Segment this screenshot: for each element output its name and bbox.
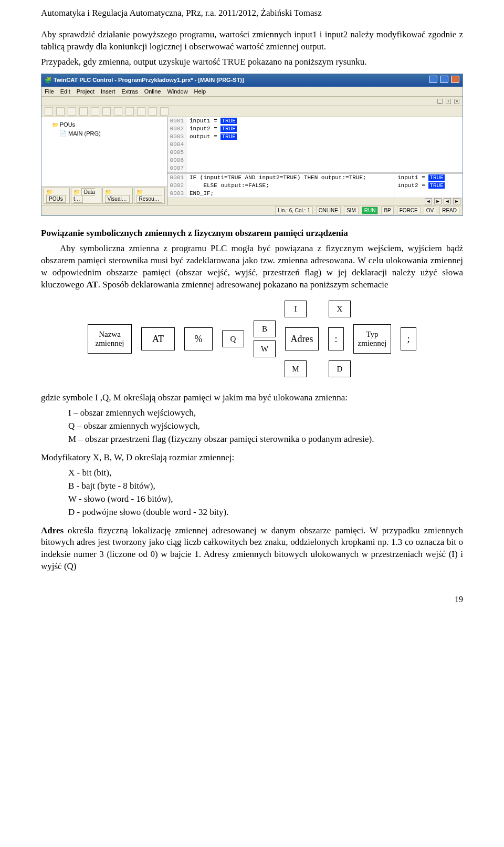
list-item: Q – obszar zmiennych wyjściowych, xyxy=(68,420,463,432)
app-icon: 🧩 TwinCAT PLC Control - ProgramPrzyklado… xyxy=(45,76,244,84)
gutter: 0001 xyxy=(167,117,186,125)
box-adres: Adres xyxy=(285,327,319,350)
tool-step-icon[interactable] xyxy=(102,107,111,116)
intro-paragraph-2: Przypadek, gdy zmienna, output uzyskuje … xyxy=(41,56,463,68)
code-line-1: IF (input1=TRUE AND input2=TRUE) THEN ou… xyxy=(186,174,370,182)
client-area: POUs 📄 MAIN (PRG) 📁 POUs 📁 Data t… 📁 Vis… xyxy=(41,117,463,204)
tab-pous[interactable]: 📁 POUs xyxy=(44,188,70,204)
toolbar xyxy=(41,106,463,117)
status-read: READ xyxy=(439,206,459,215)
tool-open-icon[interactable] xyxy=(56,107,65,116)
declaration-diagram: I X Nazwa zmiennej AT % Q B W Adres : Ty… xyxy=(41,301,463,377)
menu-online[interactable]: Online xyxy=(144,88,161,96)
tool-new-icon[interactable] xyxy=(45,107,53,116)
gutter: 0006 xyxy=(167,157,186,164)
project-tree[interactable]: POUs 📄 MAIN (PRG) xyxy=(41,117,167,186)
project-tree-pane: POUs 📄 MAIN (PRG) 📁 POUs 📁 Data t… 📁 Vis… xyxy=(41,117,167,204)
list-item: W - słowo (word - 16 bitów), xyxy=(68,493,463,505)
status-run: RUN xyxy=(362,206,379,215)
tool-copy-icon[interactable] xyxy=(125,107,134,116)
mdi-min-icon[interactable]: _ xyxy=(437,99,443,104)
maximize-button[interactable] xyxy=(440,76,448,83)
box-semi: ; xyxy=(401,327,416,350)
adres-paragraph: Adres określa fizyczną lokalizację zmien… xyxy=(41,525,463,573)
scroll-right2-icon[interactable]: ► xyxy=(453,198,460,204)
tab-data-label: Data t… xyxy=(74,188,95,203)
titlebar: 🧩 TwinCAT PLC Control - ProgramPrzyklado… xyxy=(41,74,463,87)
tree-tabs: 📁 POUs 📁 Data t… 📁 Visual… 📁 Resou… xyxy=(41,187,167,205)
status-sim: SIM xyxy=(344,206,359,215)
minimize-button[interactable] xyxy=(429,76,437,83)
tab-pous-label: POUs xyxy=(46,195,66,203)
scroll-left2-icon[interactable]: ◄ xyxy=(444,198,451,204)
scroll-right-icon[interactable]: ► xyxy=(434,198,442,204)
tab-visual-label: Visual… xyxy=(105,195,130,203)
page-header: Automatyka i Regulacja Automatyczna, PRz… xyxy=(41,7,463,19)
menu-extras[interactable]: Extras xyxy=(121,88,138,96)
gutter: 0003 xyxy=(167,190,186,198)
list-item: X - bit (bit), xyxy=(68,467,463,479)
tool-run-icon[interactable] xyxy=(79,107,88,116)
tool-find-icon[interactable] xyxy=(149,107,157,116)
menu-edit[interactable]: Edit xyxy=(60,88,70,96)
var-line-1: input1 = TRUE xyxy=(186,117,240,125)
below-diagram-1: gdzie symbole I ,Q, M określają obszar p… xyxy=(41,392,463,404)
scroll-left-icon[interactable]: ◄ xyxy=(425,198,432,204)
code-line-3: END_IF; xyxy=(186,190,217,198)
code-editor: 0001IF (input1=TRUE AND input2=TRUE) THE… xyxy=(167,174,463,198)
size-list: X - bit (bit), B - bajt (byte - 8 bitów)… xyxy=(68,467,463,519)
status-online: ONLINE xyxy=(316,206,341,215)
close-button[interactable] xyxy=(451,76,459,83)
window-controls[interactable] xyxy=(428,76,459,85)
status-bar: Lin.: 6, Col.: 1 ONLINE SIM RUN BP FORCE… xyxy=(41,205,463,216)
menu-file[interactable]: File xyxy=(45,88,54,96)
tab-data[interactable]: 📁 Data t… xyxy=(71,188,101,204)
tab-resou[interactable]: 📁 Resou… xyxy=(134,188,165,204)
variable-watch: 0001input1 = TRUE 0002input2 = TRUE 0003… xyxy=(167,117,463,172)
gutter: 0004 xyxy=(167,141,186,149)
keyword-at: AT xyxy=(86,280,98,290)
box-Q: Q xyxy=(222,330,244,347)
status-bp: BP xyxy=(381,206,393,215)
gutter: 0005 xyxy=(167,149,186,157)
menu-bar: File Edit Project Insert Extras Online W… xyxy=(41,87,463,97)
status-force: FORCE xyxy=(397,206,421,215)
var-line-2: input2 = TRUE xyxy=(186,125,240,133)
list-item: B - bajt (byte - 8 bitów), xyxy=(68,480,463,492)
box-nazwa: Nazwa zmiennej xyxy=(88,324,132,354)
tool-cut-icon[interactable] xyxy=(114,107,122,116)
tool-findnext-icon[interactable] xyxy=(160,107,169,116)
watch-side-1: input1 = TRUE xyxy=(394,174,448,182)
var-line-3: output = TRUE xyxy=(186,133,240,141)
tool-stop-icon[interactable] xyxy=(91,107,99,116)
tool-save-icon[interactable] xyxy=(68,107,76,116)
gutter: 0003 xyxy=(167,133,186,141)
list-item: M – obszar przestrzeni flag (fizyczny ob… xyxy=(68,433,463,446)
menu-help[interactable]: Help xyxy=(194,88,206,96)
list-item: I – obszar zmiennych wejściowych, xyxy=(68,407,463,419)
tree-item-main[interactable]: 📄 MAIN (PRG) xyxy=(45,129,164,138)
menu-window[interactable]: Window xyxy=(167,88,187,96)
editor-pane: 0001input1 = TRUE 0002input2 = TRUE 0003… xyxy=(167,117,463,204)
tree-pous[interactable]: POUs xyxy=(45,120,164,129)
hscroll[interactable]: ◄ ► ◄ ► xyxy=(167,198,463,205)
tool-paste-icon[interactable] xyxy=(137,107,145,116)
code-line-2: ELSE output:=FALSE; xyxy=(186,182,272,190)
window-title: TwinCAT PLC Control - ProgramPrzykladowy… xyxy=(54,77,244,83)
menu-project[interactable]: Project xyxy=(77,88,94,96)
adres-label: Adres xyxy=(41,525,64,535)
box-colon: : xyxy=(328,327,344,350)
mem-area-list: I – obszar zmiennych wejściowych, Q – ob… xyxy=(68,407,463,446)
box-B: B xyxy=(254,321,276,337)
box-X: X xyxy=(329,301,351,317)
mdi-close-icon[interactable]: × xyxy=(454,99,459,104)
box-D: D xyxy=(329,360,351,377)
list-item: D - podwójne słowo (double word - 32 bit… xyxy=(68,507,463,519)
status-pos: Lin.: 6, Col.: 1 xyxy=(275,206,313,215)
gutter: 0002 xyxy=(167,125,186,133)
tab-visual[interactable]: 📁 Visual… xyxy=(102,188,133,204)
menu-insert[interactable]: Insert xyxy=(101,88,116,96)
mdi-restore-icon[interactable]: ▫ xyxy=(446,99,451,104)
section-title: Powiązanie symbolicznych zmiennych z fiz… xyxy=(41,228,463,240)
box-typ: Typ zmiennej xyxy=(353,324,391,354)
